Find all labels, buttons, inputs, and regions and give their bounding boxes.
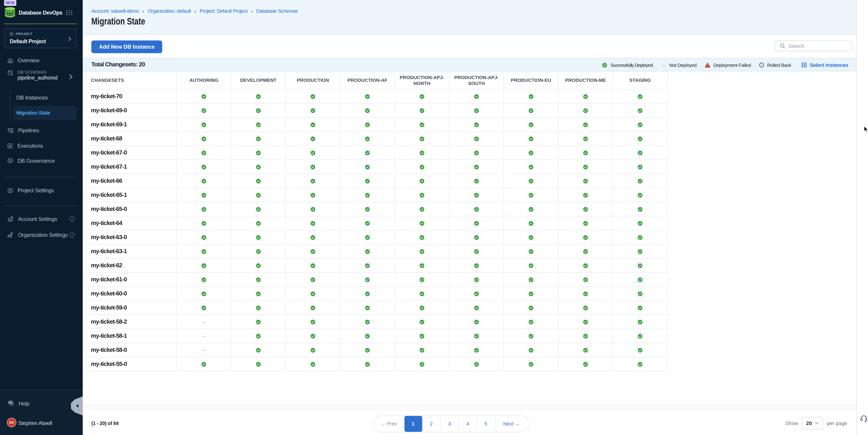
svg-text:?: ? bbox=[9, 401, 11, 404]
